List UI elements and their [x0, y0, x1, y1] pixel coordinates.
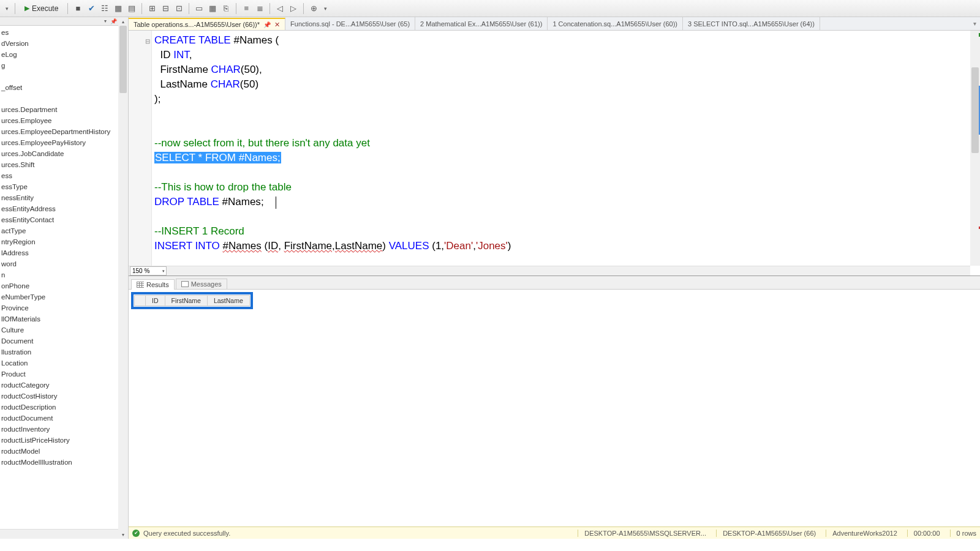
document-tab[interactable]: 3 SELECT INTO.sql...A1M5655\User (64)): [683, 17, 820, 30]
tree-item[interactable]: roductDescription: [0, 402, 128, 413]
grid-icon: [137, 282, 144, 288]
tree-item[interactable]: urces.Employee: [0, 115, 128, 126]
tree-item[interactable]: _offset: [0, 82, 128, 93]
success-icon: ✔: [132, 530, 140, 537]
close-icon[interactable]: ✕: [274, 21, 280, 29]
document-tab[interactable]: Functions.sql - DE...A1M5655\User (65): [285, 17, 415, 30]
results-tabs: Results Messages: [129, 276, 980, 290]
tree-item[interactable]: Province: [0, 302, 128, 313]
grid-header[interactable]: ID: [146, 296, 165, 306]
status-user: DESKTOP-A1M5655\User (66): [716, 530, 816, 537]
grid-header[interactable]: LastName: [207, 296, 249, 306]
document-tab[interactable]: Table operations.s...-A1M5655\User (66))…: [129, 18, 285, 31]
tree-item[interactable]: roductDocument: [0, 413, 128, 424]
intellisense-icon[interactable]: ▤: [126, 2, 138, 15]
tab-messages[interactable]: Messages: [176, 279, 227, 289]
tree-item[interactable]: essEntityAddress: [0, 203, 128, 214]
tree-item[interactable]: ess: [0, 170, 128, 181]
tree-item[interactable]: Location: [0, 358, 128, 369]
query-options-icon[interactable]: ▦: [112, 2, 124, 15]
tree-item[interactable]: roductCategory: [0, 380, 128, 391]
code-body[interactable]: CREATE TABLE #Names ( ID INT, FirstName …: [152, 31, 980, 276]
tree-item[interactable]: dVersion: [0, 38, 128, 49]
tree-item[interactable]: roductInventory: [0, 424, 128, 435]
results-grid[interactable]: ID FirstName LastName: [134, 295, 250, 306]
code-editor[interactable]: ⊟ CREATE TABLE #Names ( ID INT, FirstNam…: [129, 31, 980, 276]
tree-item[interactable]: n: [0, 269, 128, 280]
sidebar-scrollbar[interactable]: ▴ ▾: [118, 17, 128, 539]
increase-indent-icon[interactable]: ▷: [287, 2, 300, 15]
tree-item[interactable]: roductModel: [0, 446, 128, 457]
dropdown-icon[interactable]: ▾: [2, 2, 11, 15]
tree-item[interactable]: actType: [0, 225, 128, 236]
tree-item[interactable]: word: [0, 258, 128, 269]
play-icon: ▶: [24, 4, 29, 12]
tree-item[interactable]: lAddress: [0, 247, 128, 258]
zoom-dropdown[interactable]: 150 % ▾: [130, 266, 167, 276]
tab-label: Messages: [191, 280, 222, 288]
tree-item[interactable]: essType: [0, 181, 128, 192]
tree-item[interactable]: es: [0, 27, 128, 38]
parse-icon[interactable]: ✔: [85, 2, 97, 15]
pin-icon[interactable]: 📌: [109, 18, 118, 24]
tree-item[interactable]: essEntityContact: [0, 214, 128, 225]
editor-hscrollbar[interactable]: 150 % ▾: [129, 266, 970, 276]
results-grid-icon[interactable]: ▦: [206, 2, 219, 15]
scroll-down-icon[interactable]: ▾: [118, 530, 128, 539]
tree-item[interactable]: urces.EmployeeDepartmentHistory: [0, 126, 128, 137]
include-plan-icon[interactable]: ⊞: [146, 2, 158, 15]
status-database: AdventureWorks2012: [826, 530, 897, 537]
tab-label: Results: [146, 281, 169, 288]
grid-header[interactable]: FirstName: [165, 296, 207, 306]
document-tab[interactable]: 1 Concatenation.sq...A1M5655\User (60)): [548, 17, 683, 30]
tree-item[interactable]: llustration: [0, 347, 128, 358]
scroll-thumb[interactable]: [119, 26, 127, 93]
client-stats-icon[interactable]: ⊡: [173, 2, 185, 15]
tree-item[interactable]: Culture: [0, 324, 128, 335]
tab-results[interactable]: Results: [131, 279, 175, 290]
tab-label: Functions.sql - DE...A1M5655\User (65): [290, 20, 410, 28]
tree-item[interactable]: roductListPriceHistory: [0, 435, 128, 446]
results-file-icon[interactable]: ⎘: [220, 2, 232, 15]
comment-icon[interactable]: ≡: [240, 2, 252, 15]
decrease-indent-icon[interactable]: ◁: [274, 2, 286, 15]
tab-dropdown-icon[interactable]: ▾: [972, 20, 978, 27]
zoom-value: 150 %: [132, 264, 149, 276]
tree-item[interactable]: llOfMaterials: [0, 313, 128, 324]
dropdown-icon[interactable]: ▾: [321, 2, 330, 15]
tree-item[interactable]: urces.Shift: [0, 159, 128, 170]
tree-item[interactable]: Product: [0, 369, 128, 380]
tree-item[interactable]: roductModelIllustration: [0, 457, 128, 468]
tree-item[interactable]: ntryRegion: [0, 236, 128, 247]
document-tab[interactable]: 2 Mathematical Ex...A1M5655\User (61)): [415, 17, 548, 30]
include-stats-icon[interactable]: ⊟: [159, 2, 172, 15]
tree-item[interactable]: eLog: [0, 49, 128, 60]
execute-button[interactable]: ▶ Execute: [19, 2, 64, 15]
tree-item[interactable]: urces.EmployeePayHistory: [0, 137, 128, 148]
scroll-thumb[interactable]: [971, 67, 979, 153]
tree-item[interactable]: [0, 71, 128, 82]
uncomment-icon[interactable]: ≣: [254, 2, 266, 15]
specify-values-icon[interactable]: ⊕: [307, 2, 320, 15]
dropdown-icon[interactable]: ▾: [103, 18, 108, 24]
pin-icon[interactable]: 📌: [263, 21, 271, 28]
tree-item[interactable]: urces.Department: [0, 104, 128, 115]
scroll-up-icon[interactable]: ▴: [118, 17, 128, 26]
grid-corner[interactable]: [135, 296, 146, 306]
fold-icon[interactable]: ⊟: [145, 34, 150, 49]
debug-icon[interactable]: ■: [72, 2, 84, 15]
results-grid-highlight: ID FirstName LastName: [131, 292, 253, 309]
tree-item[interactable]: Document: [0, 335, 128, 347]
results-text-icon[interactable]: ▭: [193, 2, 205, 15]
tree-item[interactable]: urces.JobCandidate: [0, 148, 128, 159]
estimated-plan-icon[interactable]: ☷: [99, 2, 111, 15]
tree-item[interactable]: nessEntity: [0, 192, 128, 203]
tree-item[interactable]: onPhone: [0, 280, 128, 291]
tree-item[interactable]: [0, 93, 128, 104]
sidebar-hscroll[interactable]: ▸: [0, 529, 128, 539]
tree-item[interactable]: eNumberType: [0, 291, 128, 302]
editor-vscrollbar[interactable]: [970, 31, 980, 266]
tree-item[interactable]: roductCostHistory: [0, 391, 128, 402]
object-tree[interactable]: esdVersioneLogg _offset urces.Department…: [0, 26, 128, 529]
tree-item[interactable]: g: [0, 60, 128, 71]
